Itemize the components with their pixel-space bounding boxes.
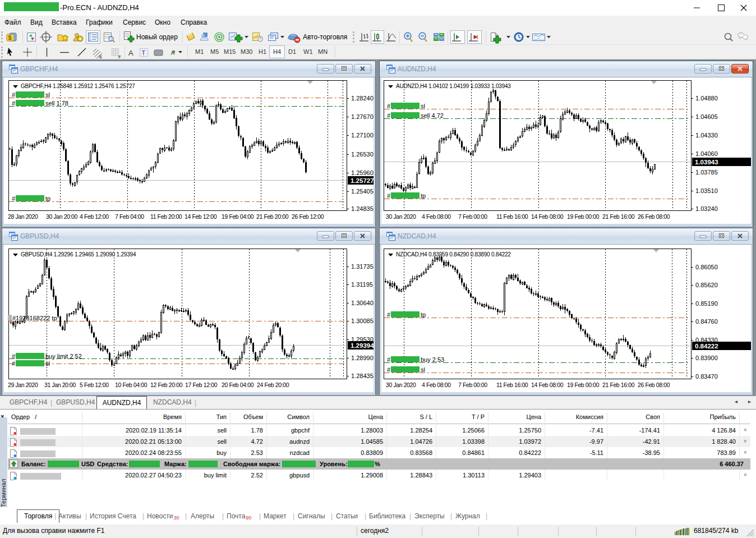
svg-text:10 Feb 04:00: 10 Feb 04:00 — [115, 381, 147, 388]
svg-text:1.03785: 1.03785 — [695, 169, 718, 176]
svg-text:14 Feb 12:00: 14 Feb 12:00 — [185, 213, 217, 220]
svg-text:30 Jan 20:00: 30 Jan 20:00 — [46, 213, 77, 220]
svg-text:AUDNZD,H4 1.04102 1.04199 1.0: AUDNZD,H4 1.04102 1.04199 1.03933 1.0394… — [396, 83, 511, 89]
svg-text:1.03240: 1.03240 — [695, 205, 718, 212]
svg-text:#: # — [387, 311, 391, 318]
svg-text:E: E — [99, 54, 102, 59]
svg-text:sl: sl — [45, 360, 50, 367]
svg-text:buy 2.53: buy 2.53 — [421, 356, 444, 363]
svg-text:0.84760: 0.84760 — [695, 318, 718, 325]
svg-text:30 Jan 2020: 30 Jan 2020 — [386, 381, 416, 388]
svg-text:1.04880: 1.04880 — [695, 95, 718, 102]
svg-text:1.03943: 1.03943 — [695, 159, 718, 165]
svg-text:1.25727: 1.25727 — [351, 177, 374, 184]
svg-text:4 Feb 08:00: 4 Feb 08:00 — [422, 381, 451, 388]
svg-text:11 Feb 16:00: 11 Feb 16:00 — [496, 381, 528, 388]
svg-text:F: F — [118, 54, 121, 59]
svg-text:tp: tp — [45, 195, 50, 202]
svg-text:1.31195: 1.31195 — [351, 281, 373, 288]
svg-text:#: # — [12, 100, 16, 107]
svg-text:sl: sl — [421, 103, 425, 109]
svg-text:1.25405: 1.25405 — [351, 188, 374, 195]
svg-text:7 Feb 00:00: 7 Feb 00:00 — [458, 381, 487, 388]
svg-text:26 Feb 12:00: 26 Feb 12:00 — [292, 213, 324, 220]
svg-text:#: # — [12, 360, 16, 367]
svg-text:24 Feb 20:00: 24 Feb 20:00 — [257, 381, 289, 388]
svg-text:sl: sl — [421, 366, 425, 373]
svg-text:0.86050: 0.86050 — [695, 264, 718, 270]
svg-text:$: $ — [8, 34, 12, 41]
svg-text:30 Jan 2020: 30 Jan 2020 — [386, 213, 416, 220]
svg-text:19 Feb 04:00: 19 Feb 04:00 — [222, 213, 254, 220]
svg-text:1.24835: 1.24835 — [351, 205, 374, 212]
svg-text:26 Feb 08:00: 26 Feb 08:00 — [638, 381, 670, 388]
svg-text:19 Feb 00:00: 19 Feb 00:00 — [567, 213, 600, 220]
svg-text:4 Feb 08:00: 4 Feb 08:00 — [422, 213, 451, 220]
svg-text:21 Feb 16:00: 21 Feb 16:00 — [602, 381, 635, 388]
svg-text:0.84222: 0.84222 — [695, 343, 718, 350]
svg-text:GBPUSD,H4 1.29296 1.29465 1.2: GBPUSD,H4 1.29296 1.29465 1.29090 1.2939… — [21, 251, 136, 257]
svg-text:1.30640: 1.30640 — [351, 300, 374, 306]
svg-text:26 Feb 08:00: 26 Feb 08:00 — [638, 213, 670, 220]
svg-text:1.04330: 1.04330 — [695, 132, 718, 139]
svg-text:1.28435: 1.28435 — [351, 373, 374, 379]
svg-text:29 Jan 2020: 29 Jan 2020 — [8, 381, 38, 388]
svg-text:1.28990: 1.28990 — [351, 355, 374, 361]
svg-text:14 Feb 08:00: 14 Feb 08:00 — [531, 213, 564, 220]
svg-text:1.26530: 1.26530 — [351, 151, 374, 158]
svg-text:buy limit 2.52: buy limit 2.52 — [45, 353, 82, 360]
svg-text:GBPCHF,H4 1.25848 1.25912 1.2: GBPCHF,H4 1.25848 1.25912 1.25476 1.2572… — [21, 83, 135, 89]
svg-text:A: A — [128, 49, 133, 57]
svg-text:21 Feb 20:00: 21 Feb 20:00 — [256, 213, 289, 220]
svg-text:tp: tp — [421, 192, 426, 199]
svg-text:11 Feb 16:00: 11 Feb 16:00 — [496, 213, 528, 220]
svg-text:7 Feb 04:00: 7 Feb 04:00 — [115, 213, 144, 220]
svg-text:12 Feb 20:00: 12 Feb 20:00 — [150, 381, 183, 388]
svg-text:1.27670: 1.27670 — [351, 113, 374, 120]
svg-text:14 Feb 08:00: 14 Feb 08:00 — [531, 381, 564, 388]
svg-text:0.85190: 0.85190 — [695, 300, 718, 307]
svg-text:4 Feb 12:00: 4 Feb 12:00 — [80, 213, 109, 220]
svg-text:T: T — [142, 49, 146, 56]
svg-text:21 Feb 16:00: 21 Feb 16:00 — [602, 213, 635, 220]
svg-text:1.25960: 1.25960 — [351, 169, 374, 176]
svg-text:20 Feb 04:00: 20 Feb 04:00 — [222, 381, 254, 388]
svg-text:sell 4.72: sell 4.72 — [421, 112, 444, 119]
svg-text:#: # — [387, 112, 391, 119]
svg-text:1.04060: 1.04060 — [695, 150, 718, 157]
svg-text:11 Feb 20:00: 11 Feb 20:00 — [150, 213, 182, 220]
svg-text:1.27100: 1.27100 — [351, 132, 374, 139]
svg-text:#: # — [12, 91, 16, 98]
svg-text:1.29394: 1.29394 — [351, 342, 374, 349]
svg-text:1.31735: 1.31735 — [351, 263, 374, 270]
svg-text:#: # — [12, 353, 16, 360]
svg-text:1.28240: 1.28240 — [351, 95, 374, 102]
svg-text:31 Jan 20:00: 31 Jan 20:00 — [44, 381, 76, 388]
svg-text:#1923168222 tp: #1923168222 tp — [12, 315, 57, 321]
svg-text:17 Feb 12:00: 17 Feb 12:00 — [185, 381, 218, 388]
svg-text:7 Feb 00:00: 7 Feb 00:00 — [458, 213, 487, 220]
svg-text:5 Feb 12:00: 5 Feb 12:00 — [80, 381, 109, 388]
svg-text:#: # — [387, 366, 391, 373]
svg-text:1.03510: 1.03510 — [695, 187, 718, 194]
svg-text:28 Jan 2020: 28 Jan 2020 — [8, 213, 38, 220]
svg-text:NZDCAD,H4 0.83959 0.84290 0.8: NZDCAD,H4 0.83959 0.84290 0.83890 0.8422… — [396, 251, 511, 257]
svg-text:0.85620: 0.85620 — [695, 282, 718, 288]
svg-text:sl: sl — [45, 91, 50, 98]
svg-text:tp: tp — [421, 311, 426, 318]
svg-text:0.83470: 0.83470 — [695, 373, 718, 380]
svg-text:sell 1.78: sell 1.78 — [45, 100, 68, 107]
svg-text:0.83900: 0.83900 — [695, 355, 718, 361]
svg-text:19 Feb 00:00: 19 Feb 00:00 — [567, 381, 600, 388]
svg-text:1.04605: 1.04605 — [695, 113, 718, 120]
svg-text:#: # — [387, 192, 391, 199]
svg-text:#: # — [387, 103, 391, 109]
svg-text:#: # — [12, 195, 16, 202]
svg-text:1.30085: 1.30085 — [351, 318, 374, 324]
svg-text:#: # — [387, 356, 391, 363]
